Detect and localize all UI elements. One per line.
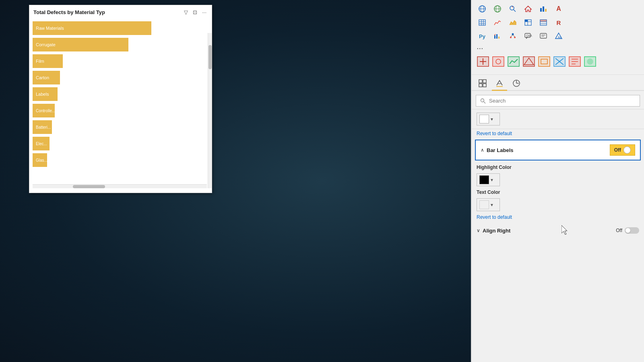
- bar-row-2: Film: [33, 54, 208, 68]
- align-right-label-row: ∨ Align Right: [477, 228, 510, 234]
- chart-more-icon[interactable]: ···: [201, 8, 208, 16]
- svg-line-34: [513, 35, 515, 37]
- search2-icon-btn[interactable]: [506, 2, 520, 15]
- colored-icon-0[interactable]: [476, 55, 490, 68]
- svg-rect-47: [493, 57, 504, 66]
- svg-rect-10: [540, 8, 542, 12]
- globe-icon-btn[interactable]: [475, 2, 489, 15]
- svg-point-30: [512, 33, 514, 35]
- align-right-toggle[interactable]: [625, 227, 639, 234]
- chart-panel: Total Defects by Material Typ ▽ ⊡ ··· Ra…: [29, 5, 212, 193]
- colored-icon-3[interactable]: [522, 55, 536, 68]
- pivot-icon-btn[interactable]: [521, 16, 535, 29]
- tab-analytics[interactable]: [509, 76, 524, 91]
- bar-label-7: Elec...: [36, 142, 47, 146]
- bar-labels-label: Bar Labels: [487, 147, 513, 153]
- icon-row-2: R: [475, 16, 641, 29]
- svg-rect-38: [540, 33, 547, 38]
- colored-icon-7[interactable]: [583, 55, 597, 68]
- text-color-picker-btn[interactable]: ▼: [477, 198, 500, 211]
- color-picker-row-1: ▼: [472, 109, 644, 129]
- chart-expand-icon[interactable]: ⊡: [192, 8, 198, 16]
- bar-2: Film: [33, 54, 63, 68]
- chart3d-icon-btn[interactable]: [536, 2, 551, 15]
- highlight-color-picker-btn-1[interactable]: ▼: [477, 113, 500, 125]
- color-swatch-white: [479, 115, 489, 123]
- bar-container-6: Batteri...: [33, 120, 52, 134]
- svg-rect-70: [479, 80, 482, 83]
- qa-icon-btn[interactable]: Q&A: [521, 30, 535, 43]
- chart-horizontal-scrollbar[interactable]: [33, 184, 207, 188]
- right-panel: A R Py: [471, 0, 644, 362]
- decomp-icon-btn[interactable]: [506, 30, 520, 43]
- bar-label-1: Corrugate: [36, 42, 56, 47]
- table-icon-btn[interactable]: [475, 16, 489, 29]
- icon-row-1: A: [475, 2, 641, 15]
- colored-icon-1[interactable]: [491, 55, 506, 68]
- svg-point-79: [481, 99, 484, 102]
- home-icon-btn[interactable]: [521, 2, 535, 15]
- colored-icon-4[interactable]: [537, 55, 551, 68]
- revert-default-link-2[interactable]: Revert to default: [472, 213, 644, 223]
- svg-marker-9: [525, 6, 531, 12]
- color-swatch-transparent: [479, 200, 489, 209]
- chart-hscrollbar-thumb[interactable]: [73, 185, 105, 188]
- svg-rect-72: [479, 84, 482, 87]
- r-text-icon-btn[interactable]: R: [551, 16, 566, 29]
- search-area: [472, 91, 644, 109]
- bar-7: Elec...: [33, 137, 50, 150]
- toolbar-icons: A R Py: [472, 0, 644, 75]
- tab-grid[interactable]: [475, 76, 490, 91]
- text-a-icon-btn[interactable]: A: [551, 2, 566, 15]
- bar-container-3: Carton: [33, 71, 60, 84]
- svg-rect-13: [479, 20, 485, 25]
- toggle-circle-icon: [623, 146, 631, 154]
- azure-icon-btn[interactable]: Az: [551, 30, 566, 43]
- svg-rect-12: [545, 9, 547, 12]
- bar-container-0: Raw Materials: [33, 21, 151, 35]
- bar-label-8: Glas...: [36, 158, 47, 162]
- svg-rect-73: [483, 84, 486, 87]
- bar-labels-toggle-text: Off: [614, 147, 621, 153]
- svg-rect-28: [498, 37, 500, 39]
- color-swatch-black: [479, 175, 489, 184]
- revert-default-link-1[interactable]: Revert to default: [472, 129, 644, 140]
- tab-format[interactable]: [492, 76, 507, 91]
- chart-body: Raw Materials Corrugate Film Carton: [29, 19, 212, 188]
- svg-rect-71: [483, 80, 486, 83]
- search-input[interactable]: [489, 98, 636, 104]
- bar-8: Glas...: [33, 153, 47, 167]
- smart-narr-icon-btn[interactable]: [536, 30, 551, 43]
- bar-row-4: Labels: [33, 87, 208, 101]
- bar-row-6: Batteri...: [33, 120, 208, 134]
- bar-row-1: Corrugate: [33, 37, 208, 52]
- colored-icon-2[interactable]: [506, 55, 521, 68]
- highlight-color-section: Highlight Color ▼: [472, 160, 644, 188]
- icon-row-dots: ···: [475, 43, 641, 53]
- bar-container-5: Controlle...: [33, 104, 55, 117]
- chevron-down-icon-3: ▼: [490, 203, 494, 207]
- text-color-section: Text Color ▼: [472, 188, 644, 213]
- line-chart-icon-btn[interactable]: [490, 16, 505, 29]
- chart-vertical-scrollbar[interactable]: [208, 33, 212, 188]
- table2-icon-btn[interactable]: [536, 16, 551, 29]
- sparklines-icon-btn[interactable]: [490, 30, 505, 43]
- chart-filter-icon[interactable]: ▽: [183, 8, 189, 16]
- bar-labels-toggle[interactable]: Off: [610, 144, 635, 156]
- highlight-color-picker-btn[interactable]: ▼: [477, 173, 500, 186]
- svg-line-29: [494, 34, 495, 35]
- chart-scrollbar-thumb[interactable]: [208, 45, 212, 69]
- svg-line-80: [484, 102, 485, 103]
- area-chart-icon-btn[interactable]: [506, 16, 520, 29]
- colored-icon-6[interactable]: [568, 55, 582, 68]
- bar-labels-chevron-icon: ∧: [481, 147, 484, 153]
- bar-label-5: Controlle...: [36, 109, 55, 113]
- search-box: [476, 95, 640, 107]
- world-icon-btn[interactable]: [490, 2, 505, 15]
- chart-title: Total Defects by Material Typ: [33, 9, 180, 15]
- python-icon-btn[interactable]: Py: [475, 30, 489, 43]
- more-icons-btn[interactable]: ···: [475, 43, 485, 53]
- colored-icon-5[interactable]: [552, 55, 567, 68]
- bar-label-0: Raw Materials: [36, 26, 64, 31]
- search-icon: [480, 98, 486, 104]
